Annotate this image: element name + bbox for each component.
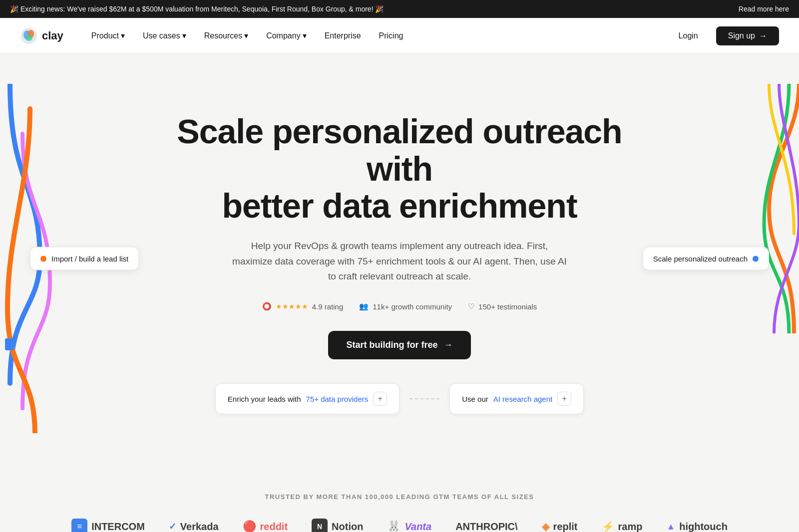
signup-button[interactable]: Sign up → (716, 26, 779, 45)
arrow-right-icon: → (759, 31, 767, 40)
announcement-text: 🎉 Exciting news: We've raised $62M at a … (10, 5, 384, 13)
card-dot-blue (753, 256, 759, 262)
heart-icon: ♡ (468, 302, 474, 311)
svg-rect-5 (5, 338, 14, 350)
nav-enterprise[interactable]: Enterprise (317, 27, 369, 44)
svg-point-3 (25, 35, 32, 41)
logo-reddit: 🔴 reddit (243, 520, 288, 532)
nav-company[interactable]: Company ▾ (258, 27, 314, 44)
trusted-label: TRUSTED BY MORE THAN 100,000 LEADING GTM… (20, 493, 779, 501)
announcement-bar: 🎉 Exciting news: We've raised $62M at a … (0, 0, 799, 18)
g2-icon: ⭕ (262, 302, 272, 311)
hero-title: Scale personalized outreach with better … (175, 113, 624, 225)
stat-community: 👥 11k+ growth community (359, 302, 452, 311)
logo-replit: ◈ replit (542, 521, 578, 532)
hero-section: Import / build a lead list Scale persona… (0, 54, 799, 463)
card-dot-orange (40, 256, 46, 262)
clay-logo-icon (20, 27, 38, 45)
logo-notion: N Notion (312, 519, 363, 532)
hero-stats: ⭕ ★★★★★ 4.9 rating 👥 11k+ growth communi… (262, 302, 537, 311)
nav-resources[interactable]: Resources ▾ (196, 27, 256, 44)
community-icon: 👥 (359, 302, 369, 311)
nav-product[interactable]: Product ▾ (83, 27, 133, 44)
logo-vanta: 🐰 Vanta (387, 520, 431, 532)
ai-expand-button[interactable]: + (557, 392, 571, 406)
enrich-expand-button[interactable]: + (373, 392, 387, 406)
nav-pricing[interactable]: Pricing (371, 27, 411, 44)
flow-step-ai: Use our AI research agent + (449, 383, 584, 414)
trusted-section: TRUSTED BY MORE THAN 100,000 LEADING GTM… (0, 463, 799, 532)
chevron-down-icon: ▾ (182, 31, 186, 40)
stat-testimonials: ♡ 150+ testimonials (468, 302, 537, 311)
float-card-scale: Scale personalized outreach (643, 247, 769, 270)
logo-ramp: ⚡ ramp (602, 521, 643, 532)
hero-subtitle: Help your RevOps & growth teams implemen… (230, 239, 569, 284)
chevron-down-icon: ▾ (303, 31, 307, 40)
navigation: clay Product ▾ Use cases ▾ Resources ▾ C… (0, 18, 799, 54)
chevron-down-icon: ▾ (121, 31, 125, 40)
chevron-down-icon: ▾ (244, 31, 248, 40)
cable-decoration-right (759, 84, 799, 333)
logos-row-1: ≡ INTERCOM ✓ Verkada 🔴 reddit N Notion 🐰… (20, 519, 779, 532)
login-button[interactable]: Login (669, 26, 708, 45)
nav-use-cases[interactable]: Use cases ▾ (135, 27, 194, 44)
flow-steps: Enrich your leads with 75+ data provider… (215, 383, 584, 414)
cta-button[interactable]: Start building for free → (328, 331, 470, 359)
nav-links: Product ▾ Use cases ▾ Resources ▾ Compan… (83, 27, 669, 44)
flow-connector-1 (409, 398, 439, 399)
logo-intercom: ≡ INTERCOM (71, 519, 145, 532)
logo-verkada: ✓ Verkada (169, 521, 219, 532)
flow-step-enrich: Enrich your leads with 75+ data provider… (215, 383, 400, 414)
read-more-link[interactable]: Read more here (739, 5, 789, 13)
arrow-right-icon: → (444, 340, 453, 350)
stat-rating: ⭕ ★★★★★ 4.9 rating (262, 302, 344, 311)
nav-actions: Login Sign up → (669, 26, 779, 45)
logo-hightouch: ▲ hightouch (666, 521, 727, 532)
float-card-import: Import / build a lead list (30, 247, 139, 270)
logo-anthropic: ANTHROPIC\ (455, 521, 517, 532)
logo[interactable]: clay (20, 27, 63, 45)
